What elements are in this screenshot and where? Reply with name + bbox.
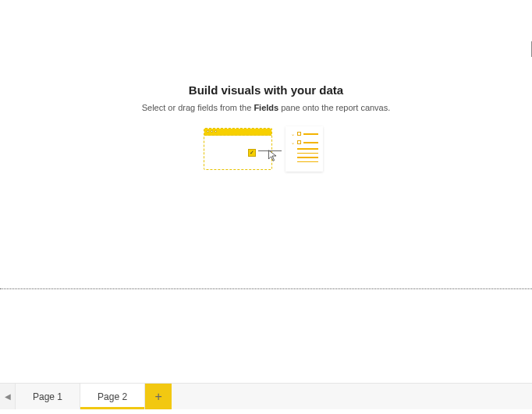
empty-desc-prefix: Select or drag fields from the xyxy=(142,103,254,112)
empty-state-description: Select or drag fields from the Fields pa… xyxy=(63,103,469,112)
page-tab-bar: ◀ Page 1 Page 2 + xyxy=(0,383,532,409)
canvas-boundary-divider xyxy=(0,288,532,289)
empty-desc-bold: Fields xyxy=(254,103,278,112)
cursor-icon xyxy=(268,150,278,162)
illus-fields-list-icon: ⌄ ⌄ xyxy=(286,126,323,172)
illus-checkbox-icon: ✓ xyxy=(248,149,256,157)
tab-page-1[interactable]: Page 1 xyxy=(16,384,80,409)
tab-page-2[interactable]: Page 2 xyxy=(80,384,145,409)
empty-desc-suffix: pane onto the report canvas. xyxy=(278,103,390,112)
empty-state-illustration: ✓ ⌄ ⌄ xyxy=(204,126,328,173)
empty-state-title: Build visuals with your data xyxy=(63,83,469,97)
illus-window-icon: ✓ xyxy=(204,128,272,170)
add-page-button[interactable]: + xyxy=(145,384,172,409)
report-canvas[interactable]: Build visuals with your data Select or d… xyxy=(0,0,532,288)
chevron-left-icon: ◀ xyxy=(5,392,11,401)
empty-state: Build visuals with your data Select or d… xyxy=(63,83,469,173)
tab-scroll-left-button[interactable]: ◀ xyxy=(0,384,16,409)
tab-label: Page 1 xyxy=(33,391,62,402)
tab-label: Page 2 xyxy=(98,391,127,402)
plus-icon: + xyxy=(154,390,161,404)
